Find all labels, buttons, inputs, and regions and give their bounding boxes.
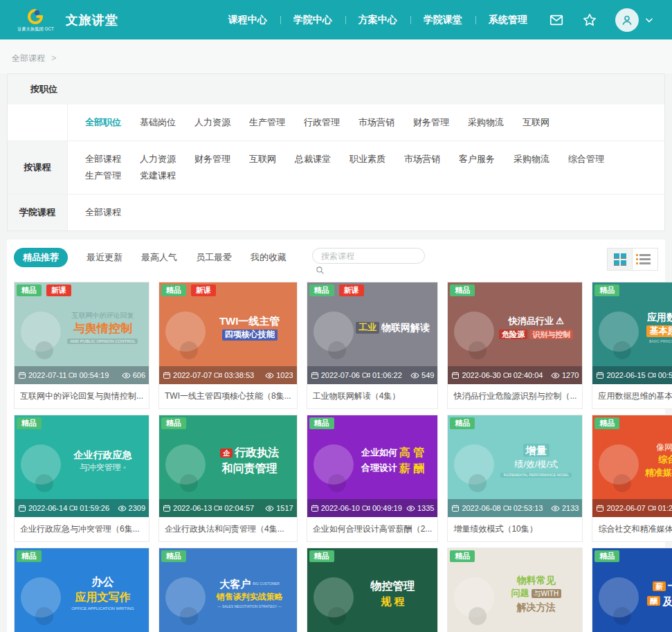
filter-position-item[interactable]: 基础岗位 xyxy=(140,116,176,129)
filter-position-item[interactable]: 生产管理 xyxy=(249,116,285,129)
filter-course-item[interactable]: 生产管理 xyxy=(85,170,121,182)
sort-tab[interactable]: 最高人气 xyxy=(141,248,177,267)
course-card[interactable]: 精品 企业行政应急与冲突管理 ◦ 2022-06-14 01:59:26 xyxy=(14,415,149,542)
course-card[interactable]: 精品新课 工业物联网解读 2022-07-06 01:06:22 xyxy=(307,282,439,409)
breadcrumb-current[interactable]: 全部课程 xyxy=(12,53,45,63)
course-info-bar: 2022-06-10 00:49:19 1335 xyxy=(307,499,438,517)
filter-position-item[interactable]: 人力资源 xyxy=(194,116,230,129)
course-card[interactable]: 精品 企业如何高 管合理设计薪 酬 2022-06-10 00:49:19 xyxy=(307,415,439,542)
course-thumbnail[interactable]: 精品 办公应用文写作OFFICE APPLICATION WRITING 202… xyxy=(15,548,149,632)
filter-course-item[interactable]: 全部课程 xyxy=(85,153,121,165)
filter-course-item[interactable]: 总裁课堂 xyxy=(295,153,331,165)
search-input[interactable] xyxy=(312,248,425,264)
filter-course-item[interactable]: 市场营销 xyxy=(404,153,440,165)
filter-position-item[interactable]: 市场营销 xyxy=(358,116,394,129)
mail-icon[interactable] xyxy=(549,12,564,28)
list-view-button[interactable] xyxy=(633,248,658,271)
course-title[interactable]: 工业物联网解读（4集） xyxy=(307,384,438,408)
course-info-bar: 2022-06-13 02:04:57 1517 xyxy=(159,499,297,517)
filter-course-item[interactable]: 党建课程 xyxy=(140,170,176,182)
nav-item[interactable]: 课程中心 xyxy=(215,11,280,29)
course-thumbnail[interactable]: 精品 企业行政应急与冲突管理 ◦ 2022-06-14 01:59:26 xyxy=(15,415,149,517)
chevron-down-icon[interactable] xyxy=(644,15,654,25)
course-thumbnail[interactable]: 精品新课 TWI一线主管四项核心技能 2022-07-07 03:38:53 xyxy=(159,282,297,384)
sort-tab[interactable]: 员工最爱 xyxy=(196,248,232,267)
filter-position-item[interactable]: 全部职位 xyxy=(85,116,121,129)
filter-course-item[interactable]: 互联网 xyxy=(249,153,276,165)
nav-item[interactable]: 学院中心 xyxy=(280,11,345,29)
sort-tab[interactable]: 最近更新 xyxy=(87,248,122,267)
filter-row-college: 学院课程 全部课程 xyxy=(8,194,664,231)
course-thumbnail[interactable]: 精品 企业如何高 管合理设计薪 酬 2022-06-10 00:49:19 xyxy=(307,415,438,517)
course-title[interactable]: 互联网中的评论回复与舆情控制... xyxy=(15,384,149,408)
course-card[interactable]: 精品 大客户BIG CUSTOMER销售谈判实战策略— SALES NEGOTI… xyxy=(158,548,298,632)
filter-course-item[interactable]: 财务管理 xyxy=(194,153,230,165)
content-panel: 精品推荐最近更新最高人气员工最爱我的收藏 精品新课 互联网中的评论回 xyxy=(7,240,665,632)
filter-course-item[interactable]: 客户服务 xyxy=(459,153,495,165)
course-title[interactable]: TWI一线主管四项核心技能（8集... xyxy=(159,384,297,408)
filter-course-item[interactable]: 人力资源 xyxy=(140,153,176,165)
filter-position-item[interactable]: 财务管理 xyxy=(413,116,449,129)
thumbnail-text: 工业物联网解读 xyxy=(352,294,435,362)
course-card[interactable]: 精品 应用数据思维的基本原则与技巧BASIC PRINCIPLES AND TE… xyxy=(592,282,672,409)
filter-position-item[interactable]: 采购物流 xyxy=(468,116,504,129)
course-card[interactable]: 精品新课 互联网中的评论回复与舆情控制AND PUBLIC OPINION CO… xyxy=(14,282,149,409)
badge: 精品 xyxy=(161,285,186,296)
course-title[interactable]: 快消品行业危险源识别与控制（... xyxy=(448,384,582,408)
course-title[interactable]: 企业行政执法和问责管理（4集... xyxy=(159,517,297,541)
course-thumbnail[interactable]: 精品新课 工业物联网解读 2022-07-06 01:06:22 xyxy=(307,282,438,384)
sort-tab[interactable]: 精品推荐 xyxy=(14,248,68,267)
filter-position-item[interactable]: 行政管理 xyxy=(304,116,340,129)
course-card[interactable]: 精品新课 TWI一线主管四项核心技能 2022-07-07 03:38:53 xyxy=(158,282,298,409)
filter-college-item[interactable]: 全部课程 xyxy=(85,206,121,219)
course-card[interactable]: 精品 企行政执法和问责管理 2022-06-13 02:04:57 xyxy=(158,415,298,542)
nav-item[interactable]: 学院课堂 xyxy=(410,11,475,29)
course-thumbnail[interactable]: 精品 物料常见问题与WITH解决方法 2022-05-21 01:32:49 xyxy=(448,548,582,632)
course-thumbnail[interactable]: 精品 物控管理规 程 2022-05-23 01:23:09 xyxy=(307,548,438,632)
nav-item[interactable]: 方案中心 xyxy=(345,11,410,29)
thumbnail-text: 互联网中的评论回复与舆情控制AND PUBLIC OPINION CONTROL xyxy=(60,294,145,362)
filter-position-item[interactable]: 互联网 xyxy=(523,116,550,129)
course-title[interactable]: 应用数据思维的基本原则与技巧... xyxy=(592,384,672,408)
badge: 精品 xyxy=(161,550,186,562)
course-card[interactable]: 精品 增量绩/效/模/式INCREMENTAL PERFORMANCE MODE… xyxy=(447,415,583,542)
badge: 新课 xyxy=(339,285,364,296)
course-card[interactable]: 精品 快消品行业 ⚠危险源识别与控制 2022-06-30 02:40:04 xyxy=(447,282,583,409)
course-title[interactable]: 企业如何合理设计高管薪酬（2... xyxy=(307,517,438,541)
avatar[interactable] xyxy=(615,8,639,32)
course-thumbnail[interactable]: 精品新课 互联网中的评论回复与舆情控制AND PUBLIC OPINION CO… xyxy=(15,282,149,384)
filter-course-item[interactable]: 职业素质 xyxy=(349,153,385,165)
course-date: 2022-06-14 xyxy=(28,504,67,512)
sort-tab[interactable]: 我的收藏 xyxy=(251,248,287,267)
course-thumbnail[interactable]: 精品 增量绩/效/模/式INCREMENTAL PERFORMANCE MODE… xyxy=(448,415,582,517)
date-group: 2022-07-06 xyxy=(311,371,360,379)
course-card[interactable]: 精品 像网红一样火综合社交和精准媒体营销策划 2022-06-07 01:21:… xyxy=(592,415,672,542)
course-thumbnail[interactable]: 精品 快消品行业 ⚠危险源识别与控制 2022-06-30 02:40:04 xyxy=(448,282,582,384)
course-card[interactable]: 精品 物控管理规 程 2022-05-23 01:23:09 xyxy=(307,548,439,632)
course-thumbnail[interactable]: 精品 企行政执法和问责管理 2022-06-13 02:04:57 xyxy=(159,415,297,517)
nav-item[interactable]: 系统管理 xyxy=(475,11,541,29)
thumbnail-decoration xyxy=(469,474,487,492)
course-card[interactable]: 精品 薪十大死局酬及破解方法 2022-05-20 00:54:34 xyxy=(592,548,672,632)
course-thumbnail[interactable]: 精品 薪十大死局酬及破解方法 2022-05-20 00:54:34 xyxy=(592,548,672,632)
course-title[interactable]: 增量绩效模式（10集） xyxy=(448,517,582,541)
badge: 精品 xyxy=(594,550,619,562)
course-title[interactable]: 企业行政应急与冲突管理（6集... xyxy=(15,517,149,541)
badge: 精品 xyxy=(594,417,619,429)
search-icon[interactable] xyxy=(316,266,325,275)
course-card[interactable]: 精品 物料常见问题与WITH解决方法 2022-05-21 01:32:49 xyxy=(447,548,583,632)
course-title[interactable]: 综合社交和精准媒体营销策划（... xyxy=(592,517,672,541)
filter-course-item[interactable]: 采购物流 xyxy=(514,153,550,165)
course-card[interactable]: 精品 办公应用文写作OFFICE APPLICATION WRITING 202… xyxy=(14,548,149,632)
grid-view-button[interactable] xyxy=(607,248,633,271)
thumbnail-decoration xyxy=(35,607,53,625)
course-views: 1270 xyxy=(562,371,579,379)
search xyxy=(312,248,425,264)
filter-course-item[interactable]: 综合管理 xyxy=(568,153,604,165)
user-menu[interactable] xyxy=(615,8,654,32)
star-icon[interactable] xyxy=(582,12,597,28)
course-duration: 02:40:04 xyxy=(514,371,543,379)
course-thumbnail[interactable]: 精品 像网红一样火综合社交和精准媒体营销策划 2022-06-07 01:21:… xyxy=(592,415,672,517)
course-thumbnail[interactable]: 精品 大客户BIG CUSTOMER销售谈判实战策略— SALES NEGOTI… xyxy=(159,548,297,632)
course-thumbnail[interactable]: 精品 应用数据思维的基本原则与技巧BASIC PRINCIPLES AND TE… xyxy=(592,282,672,384)
